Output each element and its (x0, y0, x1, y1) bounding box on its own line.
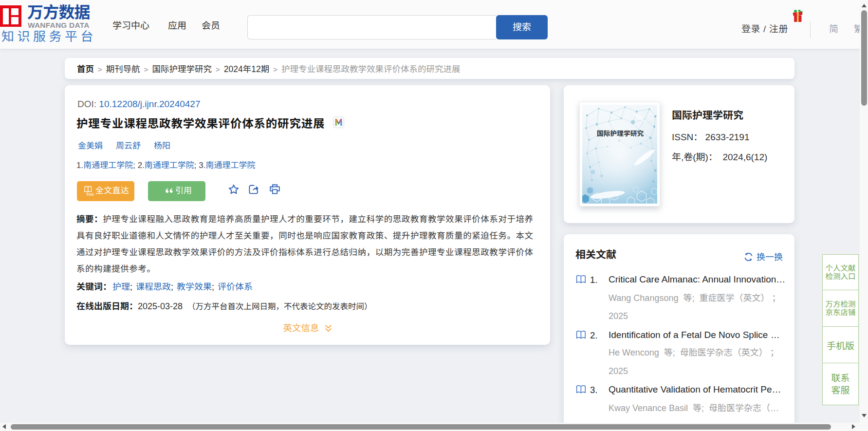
svg-text:国际护理学研究: 国际护理学研究 (597, 128, 644, 138)
svg-text:free: free (87, 192, 94, 197)
